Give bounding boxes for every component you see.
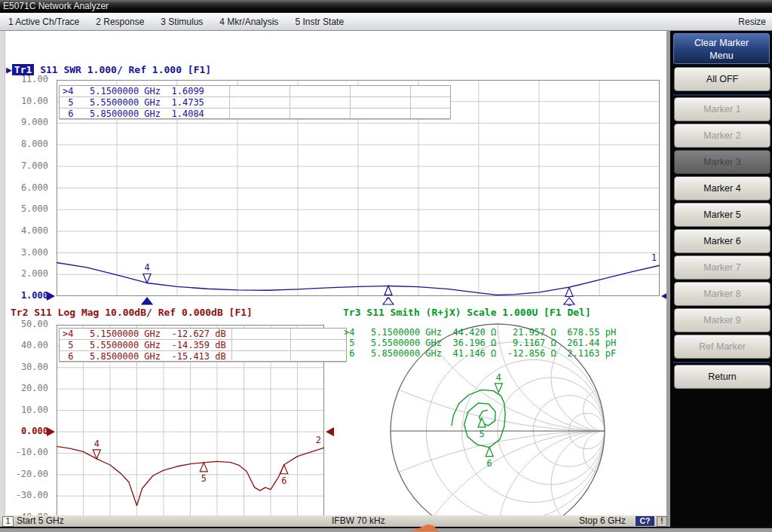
window-bottom-edge xyxy=(0,527,772,532)
marker-readout-row: 6 5.8500000 GHz -15.413 dB xyxy=(60,351,346,362)
softkey-marker-1: Marker 1 xyxy=(674,97,770,121)
y-axis-label: 10.00 xyxy=(5,405,48,415)
menu-1-active-ch-trace[interactable]: 1 Active Ch/Trace xyxy=(0,17,87,27)
marker-readout-row: 5 5.5500000 GHz 36.196 Ω 9.1167 Ω 261.44… xyxy=(341,338,666,348)
svg-text:6: 6 xyxy=(281,475,286,486)
y-axis-label: 11.00 xyxy=(5,74,48,84)
softkey-marker-5[interactable]: Marker 5 xyxy=(674,203,770,227)
softkey-marker-7: Marker 7 xyxy=(674,255,770,280)
softkey-marker-4[interactable]: Marker 4 xyxy=(674,176,770,200)
ifbw-readout: IFBW 70 kHz xyxy=(332,515,385,527)
start-frequency: Start 5 GHz xyxy=(17,515,64,527)
marker-6-symbol[interactable]: 6 xyxy=(486,448,493,469)
softkey-scroll-strip[interactable] xyxy=(666,31,670,527)
marker-readout-row: >4 5.1500000 GHz -12.627 dB xyxy=(60,329,346,340)
window-title: E5071C Network Analyzer xyxy=(3,1,109,11)
tr1-marker-readout: >4 5.1500000 GHz 1.6099 5 5.5500000 GHz … xyxy=(59,85,451,119)
y-axis-label: 6.000 xyxy=(5,182,48,193)
softkey-sidebar: Clear Marker Menu All OFFMarker 1Marker … xyxy=(666,31,772,527)
instrument-screen: ▶Tr1 S11 SWR 1.000/ Ref 1.000 [F1] Tr2 S… xyxy=(0,31,666,515)
softkey-menu-title: Clear Marker Menu xyxy=(673,33,770,64)
marker-readout-row: >4 5.1500000 GHz 44.420 Ω 21.957 Ω 678.5… xyxy=(341,327,666,338)
menu-2-response[interactable]: 2 Response xyxy=(87,17,152,27)
y-axis-label: 10.00 xyxy=(5,96,48,106)
marker-readout-row: 6 5.8500000 GHz 41.146 Ω -12.856 Ω 2.116… xyxy=(341,348,666,359)
readout-column-divider xyxy=(229,86,230,118)
menu-5-instr-state[interactable]: 5 Instr State xyxy=(286,17,352,27)
svg-text:6: 6 xyxy=(487,458,492,469)
readout-column-divider xyxy=(410,86,411,118)
softkey-marker-6[interactable]: Marker 6 xyxy=(674,229,770,253)
svg-text:2: 2 xyxy=(316,435,321,445)
softkey-menu-title-line2: Menu xyxy=(674,50,769,63)
stop-frequency: Stop 6 GHz xyxy=(579,515,626,527)
softkey-return[interactable]: Return xyxy=(674,365,770,389)
menu-resize[interactable]: Resize xyxy=(730,17,772,27)
marker-4-symbol[interactable]: 4 xyxy=(93,439,100,459)
softkey-separator xyxy=(673,94,770,96)
marker-5-symbol[interactable]: 5 xyxy=(200,463,207,484)
y-axis-label: 50.00 xyxy=(5,319,48,329)
marker-readout-row: 5 5.5500000 GHz -14.359 dB xyxy=(60,340,346,351)
alert-icon[interactable]: ! xyxy=(657,516,667,527)
y-axis-label: 4.000 xyxy=(5,225,48,236)
softkey-marker-3[interactable]: Marker 3 xyxy=(674,150,770,174)
svg-text:5: 5 xyxy=(201,473,207,484)
marker-4-symbol[interactable]: 4 xyxy=(143,262,151,283)
tr2-marker-readout: >4 5.1500000 GHz -12.627 dB 5 5.5500000 … xyxy=(59,328,347,362)
tr1-header-text: S11 SWR 1.000/ Ref 1.000 [F1] xyxy=(34,64,211,75)
menu-bar: 1 Active Ch/Trace2 Response3 Stimulus4 M… xyxy=(0,13,772,31)
svg-text:4: 4 xyxy=(94,439,100,449)
menu-4-mkr-analysis[interactable]: 4 Mkr/Analysis xyxy=(211,17,286,27)
marker-6-symbol[interactable]: 6 xyxy=(280,465,288,486)
svg-text:4: 4 xyxy=(496,372,501,383)
y-axis-label: -30.00 xyxy=(5,490,48,500)
readout-column-divider xyxy=(290,329,291,361)
status-bar: 1 Start 5 GHz IFBW 70 kHz Stop 6 GHz C? … xyxy=(0,515,666,527)
tr3-header: Tr3 S11 Smith (R+jX) Scale 1.000U [F1 De… xyxy=(343,307,591,318)
y-axis-label: -20.00 xyxy=(5,469,48,479)
channel-number-box: 1 xyxy=(2,516,14,527)
svg-text:1: 1 xyxy=(651,252,657,263)
softkey-marker-2: Marker 2 xyxy=(674,124,770,148)
y-axis-label: 40.00 xyxy=(5,340,48,350)
marker-readout-row: 6 5.8500000 GHz 1.4084 xyxy=(60,109,450,120)
softkey-separator xyxy=(673,362,770,363)
marker-4-symbol[interactable]: 4 xyxy=(495,372,502,393)
y-axis-label: 9.000 xyxy=(5,117,48,127)
readout-column-divider xyxy=(350,86,351,118)
tr2-header: Tr2 S11 Log Mag 10.00dB/ Ref 0.000dB [F1… xyxy=(11,307,253,318)
softkey-menu-title-line1: Clear Marker xyxy=(674,37,769,50)
marker-5-symbol[interactable]: 5 xyxy=(478,418,486,439)
y-axis-label: -10.00 xyxy=(5,447,48,457)
softkey-marker-8: Marker 8 xyxy=(674,282,770,306)
y-axis-label: 30.00 xyxy=(5,362,48,372)
marker-readout-row: 5 5.5500000 GHz 1.4735 xyxy=(60,97,450,109)
menu-3-stimulus[interactable]: 3 Stimulus xyxy=(152,17,211,27)
y-axis-label: 0.000 xyxy=(5,426,48,436)
instrument-window: E5071C Network Analyzer 1 Active Ch/Trac… xyxy=(0,0,772,532)
y-axis-label: 7.000 xyxy=(5,161,48,171)
y-axis-label: 2.000 xyxy=(5,268,48,279)
y-axis-label: 20.00 xyxy=(5,383,48,393)
readout-column-divider xyxy=(290,86,290,118)
y-axis-label: 5.000 xyxy=(5,203,48,214)
readout-column-divider xyxy=(231,329,232,361)
y-axis-label: 3.000 xyxy=(5,247,48,258)
softkey-all-off[interactable]: All OFF xyxy=(674,67,770,91)
tr3-marker-readout: >4 5.1500000 GHz 44.420 Ω 21.957 Ω 678.5… xyxy=(341,327,666,359)
y-axis-label: 1.000 xyxy=(5,290,48,301)
svg-text:4: 4 xyxy=(144,262,149,273)
marker-readout-row: >4 5.1500000 GHz 1.6099 xyxy=(60,86,450,97)
y-axis-label: 8.000 xyxy=(5,139,48,149)
svg-text:5: 5 xyxy=(479,429,485,439)
softkey-marker-9: Marker 9 xyxy=(674,308,770,332)
title-bar[interactable]: E5071C Network Analyzer xyxy=(0,0,772,13)
correction-badge: C? xyxy=(636,516,654,526)
softkey-ref-marker: Ref Marker xyxy=(674,335,770,359)
